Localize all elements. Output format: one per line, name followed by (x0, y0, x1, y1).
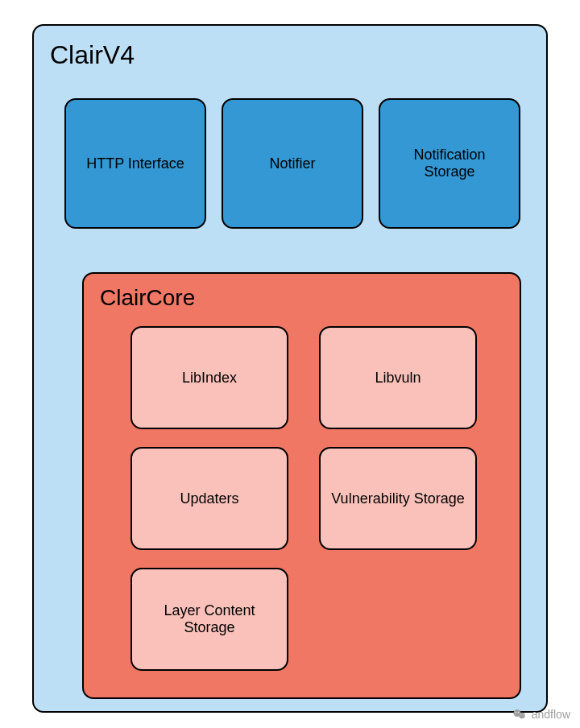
claircore-row-1: LibIndex Libvuln (130, 326, 477, 429)
box-libindex: LibIndex (130, 326, 288, 429)
claircore-container: ClairCore LibIndex Libvuln Updaters Vuln… (82, 272, 521, 699)
box-label: Vulnerability Storage (331, 490, 464, 507)
box-notifier: Notifier (222, 98, 363, 229)
claircore-row-3: Layer Content Storage (130, 568, 477, 671)
box-label: Notifier (269, 155, 315, 172)
svg-point-4 (520, 714, 521, 715)
box-label: Updaters (180, 490, 238, 507)
clairv4-container: ClairV4 HTTP Interface Notifier Notifica… (32, 24, 548, 713)
svg-point-5 (523, 714, 524, 715)
box-updaters: Updaters (130, 447, 288, 550)
box-label: HTTP Interface (86, 155, 184, 172)
clairv4-title: ClairV4 (50, 40, 135, 70)
wechat-icon (512, 707, 527, 722)
box-vulnerability-storage: Vulnerability Storage (319, 447, 477, 550)
svg-point-3 (518, 712, 519, 713)
box-label: LibIndex (182, 370, 237, 387)
box-label: Layer Content Storage (140, 602, 279, 636)
claircore-row-2: Updaters Vulnerability Storage (130, 447, 477, 550)
box-label: Libvuln (375, 370, 420, 387)
watermark-text: andflow (532, 708, 570, 721)
box-layer-content-storage: Layer Content Storage (130, 568, 288, 671)
svg-point-1 (519, 713, 525, 719)
claircore-grid: LibIndex Libvuln Updaters Vulnerability … (130, 326, 477, 689)
claircore-title: ClairCore (100, 285, 195, 311)
svg-point-2 (516, 712, 516, 713)
clairv4-top-row: HTTP Interface Notifier Notification Sto… (64, 98, 520, 229)
box-label: Notification Storage (388, 147, 511, 180)
box-libvuln: Libvuln (319, 326, 477, 429)
box-http-interface: HTTP Interface (64, 98, 206, 229)
watermark: andflow (512, 707, 570, 722)
box-notification-storage: Notification Storage (379, 98, 520, 229)
